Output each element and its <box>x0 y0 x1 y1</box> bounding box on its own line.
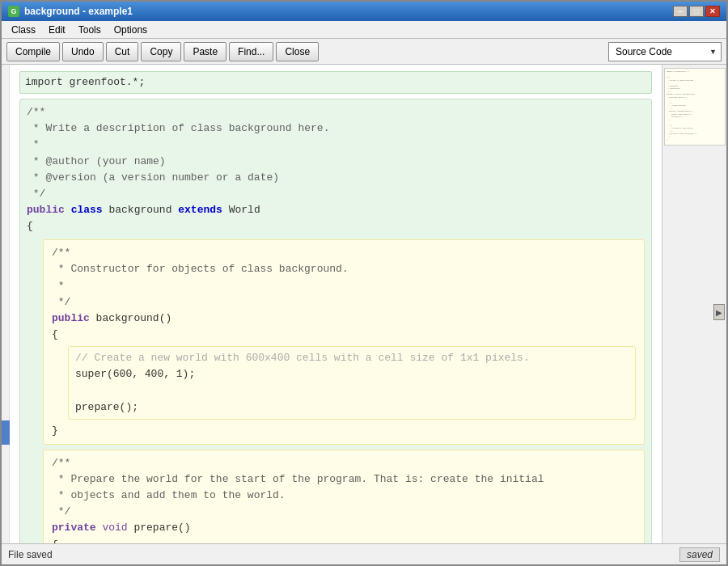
minimap-panel: import greenfoot.*; /** * Write a descri… <box>662 65 726 543</box>
constructor-open: { <box>52 327 636 343</box>
class-declaration: public class background extends World <box>27 202 645 218</box>
editor-area: import greenfoot.*; /** * Write a descri… <box>2 65 726 543</box>
titlebar: G background - example1 – □ ✕ <box>2 2 726 21</box>
source-code-select-wrapper: Source Code Documentation <box>608 42 722 61</box>
prepare-javadoc: /** * Prepare the world for the start of… <box>52 455 636 521</box>
app-icon: G <box>8 6 19 17</box>
statusbar: File saved saved <box>2 543 726 564</box>
constructor-comment: // Create a new world with 600x400 cells… <box>75 350 629 366</box>
class-javadoc: /** * Write a description of class backg… <box>27 104 645 202</box>
source-code-select[interactable]: Source Code Documentation <box>608 42 722 61</box>
copy-button[interactable]: Copy <box>141 42 181 61</box>
minimap-scroll-arrow[interactable]: ▶ <box>713 304 725 320</box>
constructor-close: } <box>52 423 636 439</box>
saved-badge: saved <box>679 547 720 562</box>
minimap-thumbnail: import greenfoot.*; /** * Write a descri… <box>664 68 726 146</box>
window-controls: – □ ✕ <box>673 6 720 17</box>
toolbar: Compile Undo Cut Copy Paste Find... Clos… <box>2 39 726 65</box>
class-open-brace: { <box>27 218 645 234</box>
compile-button[interactable]: Compile <box>6 42 60 61</box>
code-editor[interactable]: import greenfoot.*; /** * Write a descri… <box>10 65 662 543</box>
menu-tools[interactable]: Tools <box>72 23 108 37</box>
prepare-decl: private void prepare() <box>52 520 636 536</box>
class-section: /** * Write a description of class backg… <box>19 99 652 543</box>
source-code-wrapper: Source Code Documentation <box>608 42 722 61</box>
super-call: super(600, 400, 1); <box>75 366 629 382</box>
gutter-marker <box>2 420 10 445</box>
prepare-open: { <box>52 537 636 543</box>
prepare-block: /** * Prepare the world for the start of… <box>43 450 645 543</box>
constructor-inner-block: // Create a new world with 600x400 cells… <box>68 346 636 420</box>
constructor-javadoc: /** * Constructor for objects of class b… <box>52 245 636 310</box>
undo-button[interactable]: Undo <box>62 42 104 61</box>
menu-class[interactable]: Class <box>5 23 42 37</box>
line-gutter <box>2 65 10 543</box>
constructor-block: /** * Constructor for objects of class b… <box>43 239 645 445</box>
find-button[interactable]: Find... <box>229 42 273 61</box>
main-window: G background - example1 – □ ✕ Class Edit… <box>0 0 728 566</box>
paste-button[interactable]: Paste <box>184 42 226 61</box>
maximize-button[interactable]: □ <box>689 6 704 17</box>
window-title: background - example1 <box>24 6 133 17</box>
prepare-call: prepare(); <box>75 399 629 416</box>
menubar: Class Edit Tools Options <box>2 21 726 39</box>
close-button[interactable]: ✕ <box>705 6 720 17</box>
cut-button[interactable]: Cut <box>106 42 139 61</box>
menu-options[interactable]: Options <box>108 23 154 37</box>
minimize-button[interactable]: – <box>673 6 688 17</box>
import-section: import greenfoot.*; <box>19 71 652 94</box>
menu-edit[interactable]: Edit <box>42 23 72 37</box>
close-editor-button[interactable]: Close <box>276 42 319 61</box>
import-line: import greenfoot.*; <box>25 74 646 91</box>
status-text: File saved <box>8 549 53 560</box>
constructor-decl: public background() <box>52 310 636 327</box>
titlebar-title: G background - example1 <box>8 6 133 17</box>
blank-line <box>75 382 629 399</box>
